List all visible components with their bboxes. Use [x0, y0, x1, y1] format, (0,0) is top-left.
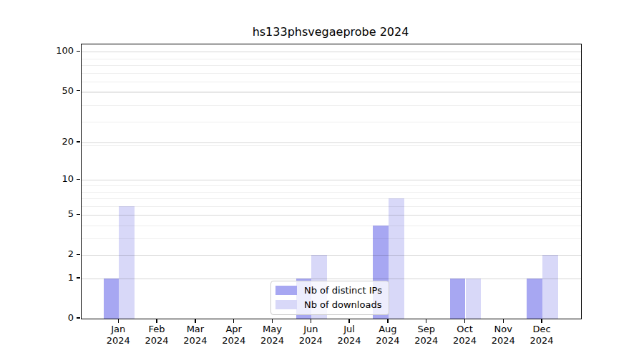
- x-tick: [118, 319, 119, 323]
- x-tick-label: Oct2024: [443, 324, 487, 347]
- x-tick-label-month: Feb: [135, 324, 179, 335]
- x-tick-label-year: 2024: [173, 335, 218, 347]
- x-tick-label-month: Apr: [212, 324, 256, 335]
- x-tick: [233, 319, 234, 323]
- y-tick: [77, 277, 80, 278]
- x-tick-label-month: Nov: [481, 324, 525, 335]
- x-tick-label-year: 2024: [96, 335, 140, 347]
- x-tick: [311, 319, 311, 323]
- x-tick-label-year: 2024: [288, 335, 333, 347]
- y-gridline-major: [82, 215, 581, 216]
- x-tick-label: Mar2024: [173, 324, 218, 347]
- y-gridline-major: [82, 142, 581, 143]
- y-gridline-minor: [82, 238, 581, 239]
- y-gridline-minor: [82, 192, 581, 193]
- x-tick-label-month: Mar: [173, 324, 218, 335]
- x-tick: [272, 319, 273, 323]
- x-tick-label-year: 2024: [519, 335, 564, 347]
- x-tick: [503, 319, 504, 323]
- y-tick-label: 5: [41, 209, 74, 219]
- legend-label-downloads: Nb of downloads: [304, 299, 381, 310]
- y-tick: [77, 51, 80, 52]
- x-tick-label: Apr2024: [212, 324, 256, 347]
- y-gridline-minor: [82, 122, 581, 122]
- y-gridline-minor: [82, 59, 581, 59]
- y-tick: [77, 90, 80, 91]
- x-tick-label-year: 2024: [481, 335, 525, 347]
- x-tick-label-year: 2024: [250, 335, 295, 347]
- chart-title: hs133phsvegaeprobe 2024: [81, 25, 580, 39]
- y-gridline-minor: [82, 82, 581, 82]
- x-tick-label-month: Dec: [519, 324, 564, 335]
- x-tick-label-month: Sep: [404, 324, 449, 335]
- x-tick-label-month: Jan: [96, 324, 140, 335]
- x-tick: [195, 319, 195, 323]
- bar-distinct-ips-oct: [450, 279, 466, 319]
- y-gridline-minor: [82, 198, 581, 199]
- x-tick: [387, 319, 388, 323]
- y-tick-label: 1: [41, 273, 74, 283]
- x-tick-label-month: May: [250, 324, 295, 335]
- y-tick-label: 100: [41, 46, 74, 56]
- y-gridline-minor: [82, 105, 581, 106]
- y-tick: [77, 141, 80, 142]
- x-tick: [464, 319, 465, 323]
- y-tick: [77, 179, 80, 180]
- legend-label-distinct-ips: Nb of distinct IPs: [304, 285, 382, 296]
- bar-downloads-oct: [466, 279, 482, 319]
- x-tick: [156, 319, 157, 323]
- x-tick-label-year: 2024: [135, 335, 179, 347]
- y-gridline-major: [82, 92, 581, 92]
- y-gridline-minor: [82, 65, 581, 66]
- x-tick-label-month: Aug: [366, 324, 410, 335]
- y-tick-label: 0: [41, 313, 74, 323]
- x-tick-label: Aug2024: [366, 324, 410, 347]
- y-tick-label: 50: [41, 86, 74, 96]
- y-gridline-minor: [82, 185, 581, 186]
- x-tick-label: May2024: [250, 324, 295, 347]
- legend-swatch-downloads: [275, 300, 297, 309]
- y-gridline-minor: [82, 92, 581, 93]
- y-tick: [77, 214, 80, 215]
- chart-figure: hs133phsvegaeprobe 2024 Nb of distinct I…: [0, 0, 644, 358]
- y-gridline-major: [82, 180, 581, 180]
- y-gridline-minor: [82, 73, 581, 74]
- y-gridline-major: [82, 279, 581, 279]
- x-tick-label-year: 2024: [366, 335, 410, 347]
- x-tick-label: Feb2024: [135, 324, 179, 347]
- x-tick-label-month: Jul: [327, 324, 371, 335]
- x-tick-label-year: 2024: [443, 335, 487, 347]
- y-gridline-minor: [82, 226, 581, 226]
- x-tick-label: Dec2024: [519, 324, 564, 347]
- x-tick-label: Jan2024: [96, 324, 140, 347]
- y-tick-label: 2: [41, 249, 74, 259]
- x-tick-label-month: Oct: [443, 324, 487, 335]
- x-tick-label-year: 2024: [404, 335, 449, 347]
- x-tick: [541, 319, 542, 323]
- y-tick-label: 10: [41, 174, 74, 184]
- x-tick-label: Nov2024: [481, 324, 525, 347]
- bar-distinct-ips-dec: [527, 279, 542, 319]
- y-gridline-major: [82, 255, 581, 256]
- legend-item-distinct-ips: Nb of distinct IPs: [275, 285, 382, 296]
- y-gridline-minor: [82, 145, 581, 146]
- legend-item-downloads: Nb of downloads: [275, 299, 382, 310]
- x-tick-label-year: 2024: [327, 335, 371, 347]
- bar-downloads-dec: [542, 255, 558, 319]
- x-tick-label: Jul2024: [327, 324, 371, 347]
- plot-area: [81, 44, 582, 319]
- legend: Nb of distinct IPs Nb of downloads: [270, 281, 389, 315]
- legend-swatch-distinct-ips: [275, 286, 297, 295]
- x-tick-label-year: 2024: [212, 335, 256, 347]
- y-tick-label: 20: [41, 137, 74, 147]
- y-tick: [77, 317, 80, 318]
- y-gridline-major: [82, 52, 581, 52]
- y-tick: [77, 254, 80, 255]
- x-tick-label: Jun2024: [288, 324, 333, 347]
- x-tick: [426, 319, 426, 323]
- bar-downloads-aug: [389, 198, 404, 319]
- x-tick-label-month: Jun: [288, 324, 333, 335]
- x-tick: [348, 319, 349, 323]
- bar-downloads-jan: [119, 206, 135, 319]
- bar-distinct-ips-jan: [104, 279, 119, 319]
